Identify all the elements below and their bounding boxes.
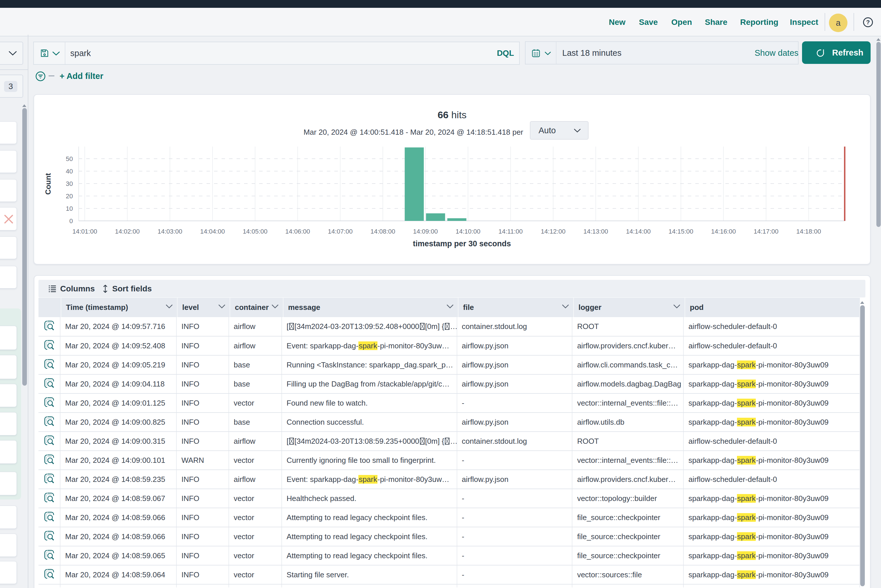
svg-text:14:13:00: 14:13:00: [583, 228, 608, 235]
svg-text:14:17:00: 14:17:00: [754, 228, 779, 235]
svg-text:50: 50: [66, 155, 73, 162]
svg-text:0: 0: [69, 218, 73, 225]
svg-text:14:16:00: 14:16:00: [711, 228, 736, 235]
svg-text:14:02:00: 14:02:00: [115, 228, 140, 235]
svg-text:14:15:00: 14:15:00: [668, 228, 693, 235]
svg-text:14:03:00: 14:03:00: [158, 228, 182, 235]
svg-text:timestamp per 30 seconds: timestamp per 30 seconds: [413, 239, 511, 248]
svg-text:14:14:00: 14:14:00: [626, 228, 651, 235]
svg-text:14:08:00: 14:08:00: [370, 228, 395, 235]
svg-text:14:07:00: 14:07:00: [328, 228, 353, 235]
svg-text:Mar 20, 2024 @ 14:00:51.418 -: Mar 20, 2024 @ 14:00:51.418 - Mar 20, 20…: [304, 128, 523, 136]
svg-text:14:06:00: 14:06:00: [285, 228, 310, 235]
svg-text:14:09:00: 14:09:00: [413, 228, 438, 235]
svg-text:14:12:00: 14:12:00: [541, 228, 566, 235]
svg-text:14:10:00: 14:10:00: [456, 228, 480, 235]
svg-text:14:11:00: 14:11:00: [498, 228, 523, 235]
svg-text:14:18:00: 14:18:00: [796, 228, 821, 235]
svg-text:14:05:00: 14:05:00: [243, 228, 268, 235]
svg-text:20: 20: [66, 192, 73, 200]
svg-text:40: 40: [66, 168, 73, 175]
svg-text:14:01:00: 14:01:00: [72, 228, 97, 235]
svg-text:Count: Count: [44, 173, 53, 195]
svg-text:30: 30: [66, 180, 73, 188]
svg-text:14:04:00: 14:04:00: [200, 228, 225, 235]
svg-text:10: 10: [66, 205, 73, 212]
svg-text:66 hits: 66 hits: [437, 109, 466, 120]
